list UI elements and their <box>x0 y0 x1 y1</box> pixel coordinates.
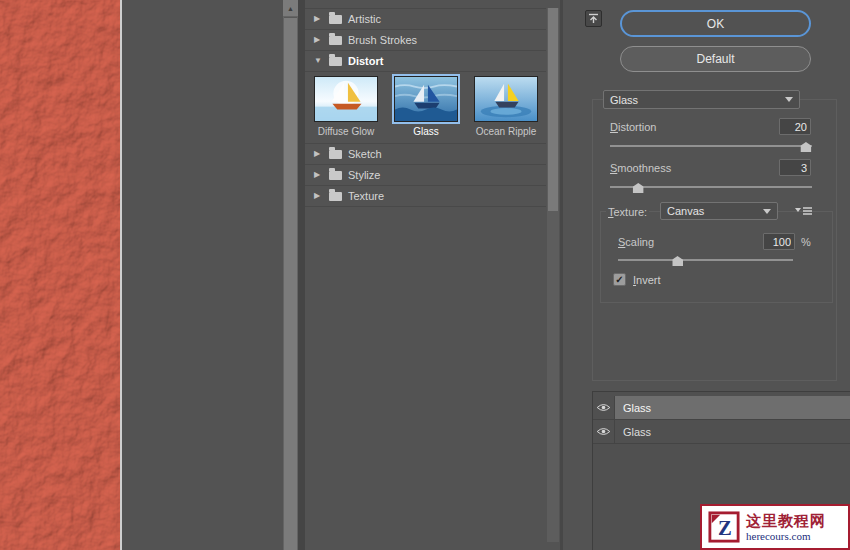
panel-divider <box>560 0 563 550</box>
category-label: Artistic <box>348 13 381 25</box>
texture-settings-group <box>600 211 833 303</box>
scroll-up-icon: ▲ <box>287 5 294 12</box>
collapse-triangle-icon: ▼ <box>314 57 323 65</box>
folder-icon <box>329 36 342 45</box>
filter-thumb-glass[interactable]: Glass <box>391 76 461 137</box>
filter-list-scrollbar-thumb[interactable] <box>548 8 558 211</box>
distortion-label: Distortion <box>608 121 658 133</box>
preview-background <box>122 0 283 550</box>
effect-layer-row[interactable]: Glass <box>593 396 850 420</box>
effect-layer-name: Glass <box>615 396 850 419</box>
category-row-brush-strokes[interactable]: ▶ Brush Strokes <box>305 30 546 51</box>
filter-thumb-ocean-ripple[interactable]: Ocean Ripple <box>471 76 541 137</box>
filter-preview-image[interactable] <box>0 0 120 550</box>
invert-checkbox[interactable]: ✓ <box>613 273 626 286</box>
chevron-down-icon <box>785 97 793 102</box>
smoothness-slider[interactable] <box>610 186 812 188</box>
distort-thumbnails: Diffuse Glow Glass <box>305 72 546 144</box>
invert-option: ✓ Invert <box>613 273 661 286</box>
filter-category-list: ▶ Artistic ▶ Brush Strokes ▼ Distort <box>305 0 560 550</box>
preview-scrollbar[interactable]: ▲ <box>283 0 298 550</box>
flyout-menu-icon <box>795 206 813 217</box>
expand-triangle-icon: ▶ <box>314 150 323 158</box>
category-row-sketch[interactable]: ▶ Sketch <box>305 144 546 165</box>
category-label: Distort <box>348 55 383 67</box>
category-label: Sketch <box>348 148 382 160</box>
eye-icon <box>596 403 611 412</box>
scaling-input[interactable] <box>763 233 795 250</box>
eye-icon <box>596 427 611 436</box>
effect-layer-row[interactable]: Glass <box>593 420 850 444</box>
chevron-down-icon <box>763 209 771 214</box>
filter-dropdown[interactable]: Glass <box>603 90 800 109</box>
category-row-artistic[interactable]: ▶ Artistic <box>305 9 546 30</box>
filter-list-scrollbar[interactable] <box>547 8 559 542</box>
checkmark-icon: ✓ <box>615 275 623 285</box>
panel-divider <box>298 0 305 550</box>
category-label: Brush Strokes <box>348 34 417 46</box>
expand-triangle-icon: ▶ <box>314 192 323 200</box>
category-label: Texture <box>348 190 384 202</box>
folder-icon <box>329 150 342 159</box>
expand-triangle-icon: ▶ <box>314 15 323 23</box>
diffuse-glow-thumbnail-image <box>314 76 378 122</box>
scaling-unit: % <box>801 236 811 248</box>
texture-dropdown-value: Canvas <box>667 205 704 217</box>
texture-flyout-menu-button[interactable] <box>794 205 814 218</box>
expand-triangle-icon: ▶ <box>314 36 323 44</box>
ok-button[interactable]: OK <box>620 10 811 37</box>
watermark-url: herecours.com <box>746 530 826 542</box>
effect-layer-name: Glass <box>615 420 850 443</box>
preview-scrollbar-thumb[interactable] <box>284 17 297 550</box>
default-button-label: Default <box>696 52 734 66</box>
scroll-up-button[interactable]: ▲ <box>283 0 298 16</box>
smoothness-input[interactable] <box>779 159 811 176</box>
open-folder-icon <box>329 57 342 66</box>
visibility-toggle[interactable] <box>593 420 615 443</box>
scaling-label: Scaling <box>616 236 656 248</box>
svg-text:Z: Z <box>718 517 732 539</box>
filter-thumb-diffuse-glow[interactable]: Diffuse Glow <box>311 76 381 137</box>
invert-label: Invert <box>633 274 661 286</box>
watermark-logo: Z <box>708 511 740 543</box>
thumbnail-label: Diffuse Glow <box>318 126 375 137</box>
category-label: Stylize <box>348 169 380 181</box>
folder-icon <box>329 171 342 180</box>
smoothness-label: Smoothness <box>608 162 673 174</box>
watermark-title: 这里教程网 <box>746 512 826 531</box>
filter-dropdown-value: Glass <box>610 94 638 106</box>
ok-button-label: OK <box>707 17 724 31</box>
category-row-distort[interactable]: ▼ Distort <box>305 51 546 72</box>
watermark: Z 这里教程网 herecours.com <box>700 504 850 550</box>
folder-icon <box>329 15 342 24</box>
glass-thumbnail-image <box>394 76 458 122</box>
scaling-slider[interactable] <box>618 259 793 261</box>
default-button[interactable]: Default <box>620 46 811 72</box>
thumbnail-label: Glass <box>413 126 439 137</box>
thumbnail-label: Ocean Ripple <box>476 126 537 137</box>
distortion-slider[interactable] <box>610 145 812 147</box>
texture-dropdown[interactable]: Canvas <box>660 202 778 220</box>
watermark-text: 这里教程网 herecours.com <box>746 512 826 543</box>
category-rows: ▶ Artistic ▶ Brush Strokes ▼ Distort <box>305 8 546 207</box>
category-row-texture[interactable]: ▶ Texture <box>305 186 546 207</box>
collapse-thumbnails-button[interactable] <box>585 10 602 27</box>
ocean-ripple-thumbnail-image <box>474 76 538 122</box>
collapse-arrow-icon <box>588 13 599 24</box>
category-row-stylize[interactable]: ▶ Stylize <box>305 165 546 186</box>
distortion-input[interactable] <box>779 118 811 135</box>
visibility-toggle[interactable] <box>593 396 615 419</box>
expand-triangle-icon: ▶ <box>314 171 323 179</box>
glass-texture-graphic <box>0 0 120 550</box>
folder-icon <box>329 192 342 201</box>
texture-label: Texture: <box>606 206 649 218</box>
